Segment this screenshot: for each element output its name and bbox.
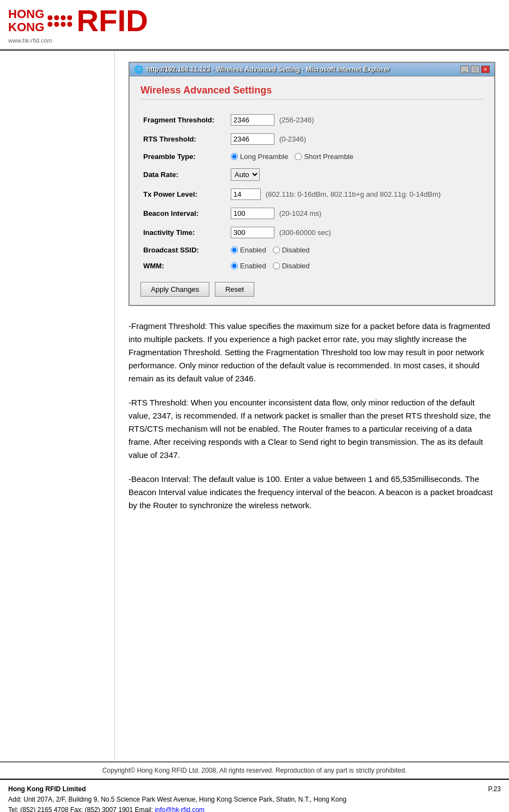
rts-threshold-row: RTS Threshold: (0-2346) (141, 130, 483, 149)
preamble-short-label: Short Preamble (304, 152, 353, 161)
preamble-radio-group: Long Preamble Short Preamble (231, 152, 481, 161)
reset-button[interactable]: Reset (215, 282, 254, 297)
broadcast-ssid-enabled-radio[interactable] (231, 246, 238, 254)
tx-power-label: Tx Power Level: (141, 185, 228, 204)
data-rate-value: Auto (228, 164, 483, 185)
button-row: Apply Changes Reset (141, 282, 483, 297)
description-section: -Fragment Threshold: This value specifie… (128, 320, 495, 512)
wmm-enabled-option[interactable]: Enabled (231, 262, 266, 270)
content-area: 🌐 http://192.168.11.123 - Wireless Advan… (115, 51, 509, 761)
inactivity-time-row: Inactivity Time: (300-60000 sec) (141, 223, 483, 242)
wmm-disabled-radio[interactable] (273, 262, 280, 269)
browser-titlebar: 🌐 http://192.168.11.123 - Wireless Advan… (130, 63, 494, 77)
data-rate-select[interactable]: Auto (231, 168, 260, 181)
beacon-interval-value: (20-1024 ms) (228, 204, 483, 223)
footer-tel-fax: Tel: (852) 2165 4708 Fax: (852) 3007 190… (8, 806, 155, 812)
broadcast-ssid-disabled-radio[interactable] (273, 246, 280, 254)
rts-threshold-input[interactable] (231, 133, 274, 145)
data-rate-label: Data Rate: (141, 164, 228, 185)
footer-company-name: Hong Kong RFID Limited (8, 785, 86, 793)
logo-kong-text: KONG (8, 21, 44, 34)
fragment-threshold-value: (256-2346) (228, 110, 483, 130)
rts-threshold-label: RTS Threshold: (141, 130, 228, 149)
page-header: HONG KONG RFID www.hk-rfid.com (0, 0, 509, 51)
minimize-button[interactable]: _ (460, 66, 469, 73)
footer-page: P.23 (488, 784, 501, 795)
inactivity-time-value: (300-60000 sec) (228, 223, 483, 242)
tx-power-input[interactable] (231, 189, 261, 200)
preamble-long-radio[interactable] (231, 153, 238, 160)
logo-website: www.hk-rfid.com (8, 37, 148, 44)
footer-copyright: Copyright© Hong Kong RFID Ltd. 2008, All… (0, 762, 509, 780)
logo-area: HONG KONG RFID www.hk-rfid.com (8, 5, 148, 44)
rts-threshold-hint: (0-2346) (279, 135, 306, 143)
preamble-type-row: Preamble Type: Long Preamble (141, 149, 483, 164)
wmm-enabled-radio[interactable] (231, 262, 238, 269)
rts-threshold-value: (0-2346) (228, 130, 483, 149)
panel-title: Wireless Advanced Settings (141, 85, 483, 99)
footer-address-row: Add: Unit 207A, 2/F, Building 9, No.5 Sc… (8, 795, 501, 805)
preamble-short-option[interactable]: Short Preamble (295, 152, 353, 161)
wmm-row: WMM: Enabled Disabled (141, 258, 483, 274)
broadcast-ssid-enabled-label: Enabled (240, 246, 266, 254)
inactivity-time-input[interactable] (231, 227, 274, 238)
logo-wrapper: HONG KONG RFID www.hk-rfid.com (8, 5, 148, 44)
beacon-interval-label: Beacon Interval: (141, 204, 228, 223)
footer-address: Add: Unit 207A, 2/F, Building 9, No.5 Sc… (8, 796, 347, 803)
settings-table: Fragment Threshold: (256-2346) RTS Thres… (141, 110, 483, 274)
tx-power-row: Tx Power Level: (802.11b: 0-16dBm, 802.1… (141, 185, 483, 204)
browser-window: 🌐 http://192.168.11.123 - Wireless Advan… (128, 62, 495, 306)
preamble-long-option[interactable]: Long Preamble (231, 152, 288, 161)
browser-content: Wireless Advanced Settings Fragment Thre… (130, 77, 494, 305)
fragment-threshold-label: Fragment Threshold: (141, 110, 228, 130)
inactivity-time-label: Inactivity Time: (141, 223, 228, 242)
footer-contact-row: Tel: (852) 2165 4708 Fax: (852) 3007 190… (8, 805, 501, 812)
description-fragment: -Fragment Threshold: This value specifie… (128, 320, 495, 385)
wmm-disabled-option[interactable]: Disabled (273, 262, 310, 270)
broadcast-ssid-row: Broadcast SSID: Enabled Disab (141, 242, 483, 258)
main-layout: 🌐 http://192.168.11.123 - Wireless Advan… (0, 51, 509, 762)
data-rate-row: Data Rate: Auto (141, 164, 483, 185)
logo-top-row: HONG KONG RFID (8, 5, 148, 36)
preamble-short-radio[interactable] (295, 153, 302, 160)
left-sidebar (0, 51, 115, 761)
broadcast-ssid-disabled-option[interactable]: Disabled (273, 246, 310, 254)
close-button[interactable]: ✕ (481, 66, 490, 73)
description-rts: -RTS Threshold: When you encounter incon… (128, 396, 495, 462)
broadcast-ssid-disabled-label: Disabled (282, 246, 310, 254)
fragment-threshold-row: Fragment Threshold: (256-2346) (141, 110, 483, 130)
wmm-value: Enabled Disabled (228, 258, 483, 274)
tx-power-value: (802.11b: 0-16dBm, 802.11b+g and 802.11g… (228, 185, 483, 204)
description-beacon: -Beacon Interval: The default value is 1… (128, 473, 495, 512)
logo-hk-text: HONG (8, 8, 44, 21)
preamble-long-label: Long Preamble (240, 152, 288, 161)
browser-icon: 🌐 (134, 65, 143, 74)
preamble-type-label: Preamble Type: (141, 149, 228, 164)
footer-email-link[interactable]: info@hk-rfid.com (155, 806, 204, 812)
beacon-interval-row: Beacon Interval: (20-1024 ms) (141, 204, 483, 223)
footer-info: Hong Kong RFID Limited P.23 Add: Unit 20… (0, 780, 509, 812)
preamble-type-value: Long Preamble Short Preamble (228, 149, 483, 164)
fragment-threshold-input[interactable] (231, 114, 274, 126)
broadcast-ssid-value: Enabled Disabled (228, 242, 483, 258)
logo-rfid-text: RFID (77, 5, 148, 36)
broadcast-ssid-label: Broadcast SSID: (141, 242, 228, 258)
copyright-text: Copyright© Hong Kong RFID Ltd. 2008, All… (102, 767, 407, 774)
apply-changes-button[interactable]: Apply Changes (141, 282, 209, 297)
wmm-disabled-label: Disabled (282, 262, 310, 270)
browser-title: http://192.168.11.123 - Wireless Advance… (147, 66, 390, 73)
beacon-interval-hint: (20-1024 ms) (279, 209, 321, 217)
maximize-button[interactable]: □ (471, 66, 479, 73)
fragment-threshold-hint: (256-2346) (279, 116, 314, 124)
footer-company-row: Hong Kong RFID Limited P.23 (8, 784, 501, 795)
broadcast-ssid-enabled-option[interactable]: Enabled (231, 246, 266, 254)
beacon-interval-input[interactable] (231, 208, 274, 219)
wmm-enabled-label: Enabled (240, 262, 266, 270)
tx-power-hint: (802.11b: 0-16dBm, 802.11b+g and 802.11g… (266, 190, 441, 198)
broadcast-ssid-radio-group: Enabled Disabled (231, 246, 481, 254)
browser-controls[interactable]: _ □ ✕ (460, 66, 490, 73)
wmm-label: WMM: (141, 258, 228, 274)
inactivity-time-hint: (300-60000 sec) (279, 228, 331, 237)
wmm-radio-group: Enabled Disabled (231, 262, 481, 270)
